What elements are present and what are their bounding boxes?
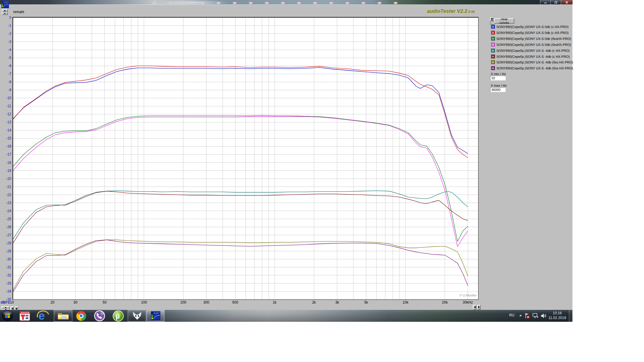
close-button-icon[interactable] xyxy=(561,0,573,5)
svg-text:µ: µ xyxy=(116,312,120,320)
legend-item-label: SONY890(Серебр.)SONY UX-S -4db (без HX-P… xyxy=(496,60,573,64)
y-tick-label: -4 xyxy=(0,48,11,52)
y-tick-label: -30 xyxy=(0,257,11,261)
network-icon[interactable] xyxy=(532,313,539,320)
minimize-button-icon[interactable] xyxy=(540,0,551,5)
x-tick-label: 20k xyxy=(435,300,454,304)
y-tick-label: -34 xyxy=(0,289,11,293)
y-tick-label: -17 xyxy=(0,152,11,156)
curve-color-badge-icon: A xyxy=(491,55,495,58)
y-tick-label: -13 xyxy=(0,120,11,124)
legend-item[interactable]: ASONY890(Серебр.)SONY UX-S -4db (без HX-… xyxy=(491,60,573,64)
legend-item-label: SONY890(Серебр.)SONY UX-S 0db (безHX-PRO… xyxy=(496,43,571,46)
y-tick-label: -3 xyxy=(0,40,11,44)
y-tick-label: -29 xyxy=(0,249,11,253)
spinner-up-icon[interactable] xyxy=(2,9,8,12)
taskbar-item-start[interactable] xyxy=(1,310,14,322)
x-tick-label: 200 xyxy=(174,300,193,304)
frequency-response-chart xyxy=(13,18,478,299)
legend-item-label: SONY890(Серебр.)SONY UX-S 0db (с HX-PRO) xyxy=(496,25,569,29)
scroll-right-button-right[interactable] xyxy=(477,305,481,310)
y-tick-label: -32 xyxy=(0,273,11,277)
legend-item-label: SONY890(Серебр.)SONY UX-S -4db (с HX-PRO… xyxy=(496,49,570,52)
y-tick-label: -6 xyxy=(0,64,11,68)
legend-item-label: SONY890(Серебр.)SONY UX-S 0db (безHX-PRO… xyxy=(496,37,571,41)
y-tick-label: -8 xyxy=(0,80,11,84)
y-tick-label: -24 xyxy=(0,209,11,213)
y-tick-label: -18 xyxy=(0,161,11,165)
legend-item[interactable]: ASONY890(Серебр.)SONY UX-S -4db (без HX-… xyxy=(491,66,573,70)
legend-spinner[interactable] xyxy=(490,17,494,21)
taskbar-item-explorer[interactable] xyxy=(54,310,72,322)
x-tick-label: 3k xyxy=(328,300,347,304)
legend-item[interactable]: ASONY890(Серебр.)SONY UX-S -4db (с HX-PR… xyxy=(491,48,570,53)
taskbar-item-foobar2000[interactable] xyxy=(128,310,146,322)
legend-item-label: SONY890(Серебр.)SONY UX-S -4db (с HX-PRO… xyxy=(496,55,570,58)
app-title-suffix: D b6 xyxy=(468,10,475,13)
x-tick-label: 50 xyxy=(95,300,114,304)
tray-clock[interactable]: 10:16 11.02.2019 xyxy=(546,311,569,320)
taskbar-item-internet-explorer[interactable]: e xyxy=(35,310,51,322)
action-center-flag-icon[interactable] xyxy=(524,313,530,320)
y-tick-label: -19 xyxy=(0,169,11,173)
y-tick-label: -20 xyxy=(0,177,11,181)
audiotester-app-icon[interactable]: AudioT xyxy=(1,1,9,8)
y-tick-label: -10 xyxy=(0,96,11,100)
y-tick-label: -9 xyxy=(0,88,11,92)
app-title: audioTester V2.2D b6 xyxy=(427,8,475,14)
remark-label: remark xyxy=(13,10,24,14)
x-tick-label: 500 xyxy=(226,300,245,304)
legend-item[interactable]: ASONY890(Серебр.)SONY UX-S 0db (безHX-PR… xyxy=(491,36,571,41)
svg-text:AudioT: AudioT xyxy=(3,1,8,3)
taskbar-item-audiotester[interactable]: AudioT xyxy=(146,310,165,322)
audiotester-window: remark audioTester V2.2D b6 0-1-2-3-4-5-… xyxy=(0,4,572,310)
y-tick-label: -12 xyxy=(0,112,11,116)
scroll-left-button-right[interactable] xyxy=(473,305,476,310)
y-tick-label: -31 xyxy=(0,265,11,269)
desktop-canvas: remark audioTester V2.2D b6 0-1-2-3-4-5-… xyxy=(0,0,644,362)
x-max-label: X max / Hz xyxy=(491,84,507,87)
x-tick-label: 10k xyxy=(396,300,415,304)
curve-color-badge-icon: A xyxy=(491,31,495,35)
curve-color-badge-icon: A xyxy=(491,25,495,29)
language-indicator[interactable]: RU xyxy=(509,313,514,317)
taskbar-item-calendar[interactable] xyxy=(18,310,32,322)
x-tick-label: 20 xyxy=(43,300,62,304)
show-desktop-button[interactable] xyxy=(569,310,572,322)
legend-item[interactable]: ASONY890(Серебр.)SONY UX-S 0db (с HX-PRO… xyxy=(491,30,569,35)
taskbar: eµAudioT xyxy=(0,310,572,322)
x-tick-label: 30 xyxy=(66,300,85,304)
screen: remark audioTester V2.2D b6 0-1-2-3-4-5-… xyxy=(0,0,572,322)
x-tick-label: 300 xyxy=(197,300,216,304)
x-zoom-in-button[interactable] xyxy=(1,306,10,309)
y-tick-label: -23 xyxy=(0,201,11,205)
spinner-down-icon[interactable] xyxy=(2,12,8,15)
clock-time: 10:16 xyxy=(546,311,569,316)
remark-spinner[interactable] xyxy=(2,9,8,15)
taskbar-item-chrome[interactable] xyxy=(74,310,89,322)
taskbar-item-viber[interactable] xyxy=(92,310,107,322)
hidden-icons-chevron-icon[interactable] xyxy=(519,315,522,316)
y-tick-label: -14 xyxy=(0,128,11,132)
x-tick-label: 100 xyxy=(134,300,154,304)
y-tick-label: -2 xyxy=(0,32,11,36)
taskbar-item-utorrent[interactable]: µ xyxy=(111,310,126,322)
legend-item[interactable]: ASONY890(Серебр.)SONY UX-S -4db (с HX-PR… xyxy=(491,54,570,59)
y-tick-label: -26 xyxy=(0,225,11,229)
x-min-input[interactable] xyxy=(490,76,506,80)
clear-curves-button[interactable]: clear curves xyxy=(494,18,514,24)
curve-color-badge-icon: A xyxy=(491,66,495,70)
x-tick-label: 10 xyxy=(2,300,21,304)
y-tick-label: -28 xyxy=(0,241,11,245)
curve-color-badge-icon: A xyxy=(491,49,495,52)
window-titlebar[interactable] xyxy=(0,0,572,4)
legend-item-label: SONY890(Серебр.)SONY UX-S 0db (с HX-PRO) xyxy=(496,31,569,35)
x-max-input[interactable] xyxy=(490,87,506,92)
legend-item[interactable]: ASONY890(Серебр.)SONY UX-S 0db (с HX-PRO… xyxy=(491,24,569,29)
x-tick-label: 2k xyxy=(304,300,323,304)
y-tick-label: -25 xyxy=(0,217,11,221)
x-min-label: X min / Hz xyxy=(491,72,506,76)
legend-item[interactable]: ASONY890(Серебр.)SONY UX-S 0db (безHX-PR… xyxy=(491,42,571,47)
system-tray: RU 10:16 11.02.2019 xyxy=(507,310,572,322)
restore-button-icon[interactable] xyxy=(550,0,561,5)
